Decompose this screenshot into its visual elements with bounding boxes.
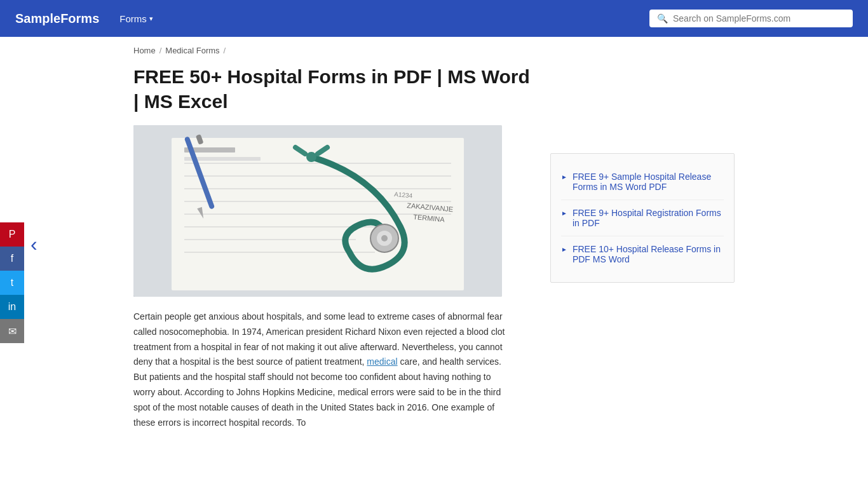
search-box: 🔍 (649, 10, 853, 27)
linkedin-icon: in (8, 301, 16, 313)
sidebar-link-3-text: FREE 10+ Hospital Release Forms in PDF M… (573, 244, 724, 264)
svg-point-20 (381, 235, 388, 241)
content-area: FREE 50+ Hospital Forms in PDF | MS Word… (133, 64, 530, 430)
breadcrumb-sep-1: / (159, 46, 162, 55)
pinterest-icon: P (9, 229, 16, 240)
linkedin-share-button[interactable]: in (0, 295, 24, 319)
sidebar-link-1-text: FREE 9+ Sample Hospital Release Forms in… (573, 172, 724, 192)
left-nav-arrow[interactable]: ‹ (31, 233, 37, 256)
email-icon: ✉ (8, 325, 17, 337)
twitter-share-button[interactable]: t (0, 271, 24, 295)
facebook-icon: f (11, 253, 13, 264)
article-body: Certain people get anxious about hospita… (133, 309, 515, 430)
svg-point-15 (306, 152, 316, 162)
breadcrumb-medical-forms[interactable]: Medical Forms (165, 46, 219, 55)
sidebar-link-1[interactable]: ► FREE 9+ Sample Hospital Release Forms … (561, 164, 724, 200)
pinterest-share-button[interactable]: P (0, 222, 24, 247)
facebook-share-button[interactable]: f (0, 247, 24, 271)
forms-nav-label: Forms (119, 13, 147, 24)
page-title: FREE 50+ Hospital Forms in PDF | MS Word… (133, 64, 530, 114)
breadcrumb-home[interactable]: Home (133, 46, 156, 55)
sidebar-link-2-text: FREE 9+ Hospital Registration Forms in P… (573, 208, 724, 228)
breadcrumb: Home / Medical Forms / (0, 37, 868, 64)
sidebar-links-box: ► FREE 9+ Sample Hospital Release Forms … (550, 153, 735, 283)
arrow-icon-1: ► (561, 173, 567, 180)
article-text: Certain people get anxious about hospita… (133, 309, 515, 430)
breadcrumb-sep-2: / (224, 46, 226, 55)
site-header: SampleForms Forms ▾ 🔍 (0, 0, 868, 37)
sidebar-link-2[interactable]: ► FREE 9+ Hospital Registration Forms in… (561, 200, 724, 236)
email-share-button[interactable]: ✉ (0, 319, 24, 343)
forms-nav-item[interactable]: Forms ▾ (119, 13, 153, 24)
hero-illustration: ZAKAZIVANJE TERMINA A1234 (133, 125, 502, 297)
medical-link[interactable]: medical (367, 356, 397, 367)
arrow-icon-3: ► (561, 246, 567, 253)
social-sidebar: P f t in ✉ (0, 222, 24, 343)
main-nav: Forms ▾ (119, 13, 629, 24)
twitter-icon: t (11, 277, 13, 288)
main-container: FREE 50+ Hospital Forms in PDF | MS Word… (0, 64, 868, 430)
sidebar-link-3[interactable]: ► FREE 10+ Hospital Release Forms in PDF… (561, 236, 724, 272)
search-input[interactable] (673, 13, 845, 24)
hero-image: ZAKAZIVANJE TERMINA A1234 (133, 125, 502, 297)
search-icon: 🔍 (657, 13, 668, 24)
right-sidebar: ► FREE 9+ Sample Hospital Release Forms … (550, 153, 735, 430)
site-logo[interactable]: SampleForms (15, 11, 99, 26)
arrow-icon-2: ► (561, 210, 567, 217)
chevron-down-icon: ▾ (149, 15, 153, 23)
